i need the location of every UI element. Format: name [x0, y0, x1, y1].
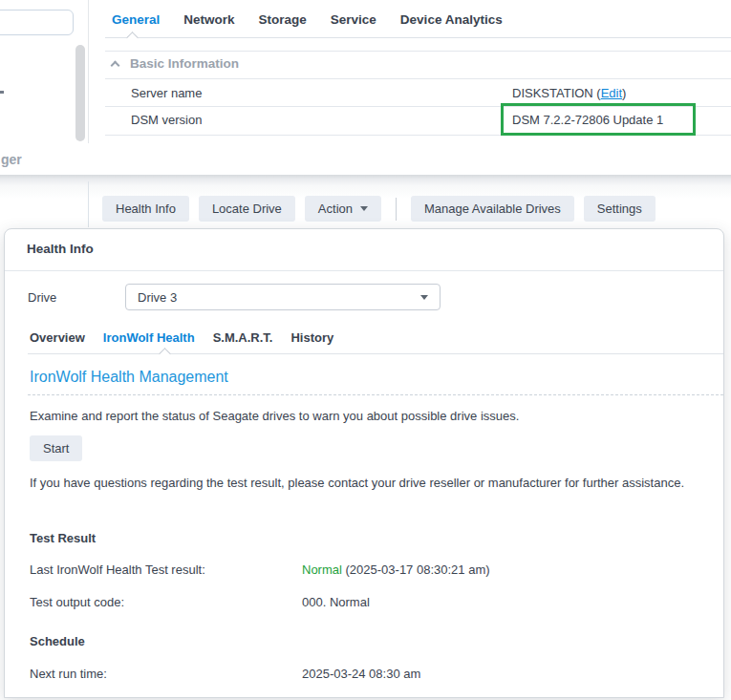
status-badge: Normal — [302, 562, 342, 577]
sidebar-divider — [88, 0, 89, 143]
scrollbar-thumb[interactable] — [75, 45, 85, 141]
start-button[interactable]: Start — [30, 435, 82, 461]
chevron-down-icon — [420, 295, 428, 300]
toolbar-separator — [396, 198, 397, 221]
tab-service[interactable]: Service — [331, 12, 376, 27]
window-title-fragment: ger — [1, 152, 22, 167]
schedule-heading: Schedule — [30, 634, 85, 648]
divider — [105, 78, 731, 79]
basic-information-section-header[interactable]: Basic Information — [112, 56, 239, 71]
sidebar-divider — [88, 181, 89, 227]
server-name-value: DISKSTATION (Edit) — [512, 86, 626, 100]
start-button-label: Start — [43, 435, 69, 461]
clipped-sidebar-text — [0, 91, 4, 94]
last-test-label: Last IronWolf Health Test result: — [30, 562, 205, 577]
locate-drive-button[interactable]: Locate Drive — [199, 196, 295, 222]
dialog-tabs: Overview IronWolf Health S.M.A.R.T. Hist… — [30, 330, 333, 345]
storage-manager-toolbar: Health Info Locate Drive Action Manage A… — [102, 196, 656, 222]
dsm-version-label: DSM version — [131, 113, 202, 127]
tab-underline — [105, 37, 731, 38]
tab-ironwolf-health[interactable]: IronWolf Health — [103, 330, 195, 345]
tab-history[interactable]: History — [290, 330, 333, 345]
next-run-label: Next run time: — [30, 667, 107, 681]
active-tab-notch — [126, 32, 139, 44]
server-name-text-close: ) — [622, 86, 626, 100]
tab-overview[interactable]: Overview — [30, 330, 85, 345]
locate-drive-button-label: Locate Drive — [212, 196, 282, 222]
divider — [5, 270, 723, 271]
output-code-value: 000. Normal — [302, 595, 370, 609]
drive-select-value: Drive 3 — [126, 290, 420, 305]
note-text: If you have questions regarding the test… — [30, 473, 704, 493]
manage-available-drives-button-label: Manage Available Drives — [424, 196, 561, 222]
tab-storage[interactable]: Storage — [259, 12, 307, 27]
last-test-timestamp: (2025-03-17 08:30:21 am) — [342, 562, 490, 577]
manage-available-drives-button[interactable]: Manage Available Drives — [411, 196, 574, 222]
tab-device-analytics[interactable]: Device Analytics — [400, 12, 503, 27]
tab-general[interactable]: General — [112, 12, 160, 27]
active-tab-notch — [159, 348, 171, 360]
dialog-title: Health Info — [27, 242, 94, 256]
health-info-button[interactable]: Health Info — [102, 196, 189, 222]
drive-label: Drive — [28, 290, 56, 305]
description-text: Examine and report the status of Seagate… — [30, 409, 708, 423]
last-test-value: Normal (2025-03-17 08:30:21 am) — [302, 562, 490, 577]
settings-button[interactable]: Settings — [584, 196, 656, 222]
test-result-heading: Test Result — [30, 531, 96, 545]
control-panel-tabs: General Network Storage Service Device A… — [112, 12, 503, 27]
next-run-value: 2025-03-24 08:30 am — [302, 667, 420, 681]
health-info-button-label: Health Info — [116, 196, 176, 222]
ironwolf-health-management-heading: IronWolf Health Management — [30, 369, 228, 386]
server-name-text: DISKSTATION ( — [512, 86, 601, 100]
highlight-box — [501, 103, 696, 136]
dashed-divider — [28, 394, 723, 395]
health-info-dialog: Health Info Drive Drive 3 Overview IronW… — [4, 228, 724, 698]
output-code-label: Test output code: — [30, 595, 124, 609]
section-title: Basic Information — [130, 56, 239, 71]
action-dropdown-button[interactable]: Action — [305, 196, 381, 222]
divider — [105, 51, 731, 52]
chevron-down-icon — [360, 206, 368, 211]
settings-button-label: Settings — [597, 196, 642, 222]
server-name-label: Server name — [131, 86, 202, 100]
tab-network[interactable]: Network — [183, 12, 234, 27]
edit-link[interactable]: Edit — [601, 86, 622, 100]
chevron-up-icon — [111, 61, 120, 71]
search-input[interactable] — [0, 10, 74, 35]
tab-smart[interactable]: S.M.A.R.T. — [213, 330, 273, 345]
drive-select[interactable]: Drive 3 — [125, 284, 441, 310]
tab-underline — [28, 353, 723, 354]
action-button-label: Action — [318, 196, 353, 222]
